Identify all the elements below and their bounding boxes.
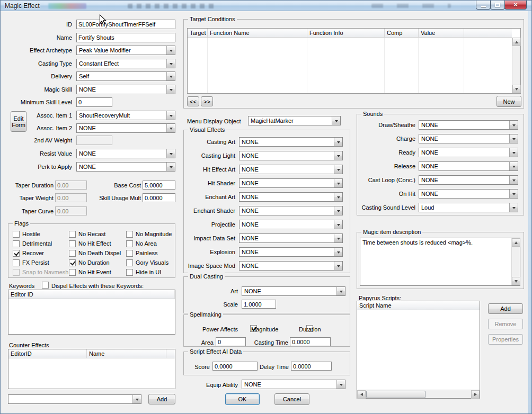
visual-effect-select[interactable]: NONE: [239, 220, 343, 229]
flag-checkbox[interactable]: [69, 250, 76, 257]
flag-checkbox[interactable]: [13, 259, 20, 266]
flag-checkbox[interactable]: [69, 269, 76, 276]
visual-effect-select[interactable]: NONE: [239, 206, 343, 215]
equip-ability-select[interactable]: NONE: [242, 380, 345, 389]
description-text[interactable]: Time between shouts is reduced <mag>%.: [360, 238, 511, 285]
chevron-down-icon[interactable]: [336, 287, 345, 295]
chevron-down-icon[interactable]: [334, 206, 342, 215]
flag-checkbox[interactable]: [13, 269, 20, 276]
magic-skill-select[interactable]: NONE: [76, 85, 175, 94]
flag-checkbox-row[interactable]: No Hit Effect: [69, 239, 121, 248]
chevron-down-icon[interactable]: [509, 203, 518, 212]
chevron-down-icon[interactable]: [509, 190, 518, 198]
area-input[interactable]: 0: [216, 337, 246, 346]
target-conditions-body[interactable]: [188, 38, 512, 93]
chevron-down-icon[interactable]: [509, 176, 518, 184]
scroll-up-button[interactable]: [512, 238, 520, 247]
sound-select[interactable]: Loud: [419, 203, 518, 212]
flag-checkbox-row[interactable]: FX Persist: [13, 258, 68, 267]
chevron-down-icon[interactable]: [509, 134, 518, 143]
flag-checkbox-row[interactable]: No Area: [126, 239, 172, 248]
sound-select[interactable]: NONE: [419, 161, 518, 171]
flag-checkbox-row[interactable]: Detrimental: [13, 239, 68, 248]
chevron-down-icon[interactable]: [166, 72, 175, 80]
counter-column-name[interactable]: Name: [87, 349, 166, 358]
scroll-thumb[interactable]: [366, 391, 425, 398]
chevron-down-icon[interactable]: [509, 121, 518, 129]
visual-effect-select[interactable]: NONE: [239, 247, 343, 257]
visual-effect-select[interactable]: NONE: [239, 165, 343, 174]
flag-checkbox[interactable]: [69, 231, 76, 238]
papyrus-hscrollbar[interactable]: [357, 390, 480, 398]
chevron-down-icon[interactable]: [336, 380, 345, 389]
target-col-function-info[interactable]: Function Info: [307, 29, 385, 37]
chevron-down-icon[interactable]: [509, 148, 518, 157]
chevron-down-icon[interactable]: [509, 162, 518, 170]
visual-effect-select[interactable]: NONE: [239, 192, 343, 202]
description-vscrollbar[interactable]: [511, 238, 520, 285]
flag-checkbox[interactable]: [13, 231, 20, 238]
minimize-button[interactable]: [476, 1, 491, 10]
casting-type-select[interactable]: Constant Effect: [76, 59, 175, 68]
flag-checkbox[interactable]: [13, 240, 20, 247]
delay-time-input[interactable]: 0.0000: [291, 362, 332, 371]
flag-checkbox-row[interactable]: Recover: [13, 248, 68, 258]
scroll-left-button[interactable]: [357, 390, 366, 399]
chevron-down-icon[interactable]: [166, 59, 175, 68]
sound-select[interactable]: NONE: [419, 120, 518, 130]
chevron-down-icon[interactable]: [334, 179, 342, 187]
visual-effect-select[interactable]: NONE: [239, 261, 343, 271]
minimum-skill-level-input[interactable]: 0: [76, 97, 112, 107]
perk-to-apply-select[interactable]: NONE: [76, 162, 175, 172]
chevron-down-icon[interactable]: [166, 149, 175, 158]
counter-effects-list[interactable]: EditorID Name: [8, 349, 175, 389]
visual-effect-select[interactable]: NONE: [239, 151, 343, 160]
flag-checkbox[interactable]: [126, 231, 133, 238]
flag-checkbox-row[interactable]: No Magnitude: [126, 229, 172, 239]
flag-checkbox-row[interactable]: Painless: [126, 248, 172, 258]
target-col-value[interactable]: Value: [419, 29, 464, 37]
flag-checkbox[interactable]: [126, 240, 133, 247]
flag-checkbox[interactable]: [126, 250, 133, 257]
sound-select[interactable]: NONE: [419, 148, 518, 157]
target-conditions-table[interactable]: Target Function Name Function Info Comp …: [187, 28, 521, 94]
scroll-up-button[interactable]: [512, 38, 521, 46]
flag-checkbox-row[interactable]: Hostile: [13, 229, 68, 239]
score-input[interactable]: 0.0000: [212, 362, 258, 371]
close-button[interactable]: ×: [504, 1, 527, 10]
chevron-down-icon[interactable]: [334, 220, 342, 229]
delivery-select[interactable]: Self: [76, 71, 175, 81]
assoc-item-2-select[interactable]: NONE: [76, 123, 175, 133]
resist-value-select[interactable]: NONE: [76, 149, 175, 158]
assoc-item-1-select[interactable]: ShoutRecoveryMult: [76, 111, 175, 120]
visual-effect-select[interactable]: NONE: [239, 178, 343, 188]
ok-button[interactable]: OK: [225, 393, 260, 405]
skill-usage-mult-input[interactable]: 0.0000: [143, 193, 175, 202]
target-conditions-vscrollbar[interactable]: [512, 38, 520, 93]
casting-time-input[interactable]: 0.0000: [290, 337, 331, 346]
target-col-target[interactable]: Target: [188, 29, 208, 37]
papyrus-column-script-name[interactable]: Script Name: [357, 301, 480, 310]
sound-select[interactable]: NONE: [419, 134, 518, 143]
flag-checkbox[interactable]: [13, 250, 20, 257]
id-input[interactable]: SL00FortifyShoutTimerFFSelf: [76, 20, 175, 29]
visual-effect-select[interactable]: NONE: [239, 137, 343, 147]
scroll-down-button[interactable]: [512, 85, 521, 93]
titlebar[interactable]: Magic Effect ×: [1, 1, 531, 11]
condition-prev-button[interactable]: <<: [187, 96, 199, 106]
chevron-down-icon[interactable]: [334, 262, 342, 270]
effect-archetype-select[interactable]: Peak Value Modifier: [76, 46, 175, 55]
chevron-down-icon[interactable]: [334, 248, 342, 256]
dual-casting-art-select[interactable]: NONE: [242, 286, 345, 296]
chevron-down-icon[interactable]: [334, 165, 342, 174]
dispel-keywords-checkbox[interactable]: [42, 282, 49, 289]
scroll-right-button[interactable]: [471, 390, 480, 399]
chevron-down-icon[interactable]: [334, 151, 342, 160]
description-textarea[interactable]: Time between shouts is reduced <mag>%.: [360, 238, 520, 286]
name-input[interactable]: Fortify Shouts: [76, 33, 175, 42]
chevron-down-icon[interactable]: [334, 193, 342, 201]
cancel-button[interactable]: Cancel: [274, 393, 309, 405]
dual-casting-scale-input[interactable]: 1.0000: [242, 300, 276, 309]
chevron-down-icon[interactable]: [132, 395, 141, 403]
chevron-down-icon[interactable]: [332, 116, 340, 125]
